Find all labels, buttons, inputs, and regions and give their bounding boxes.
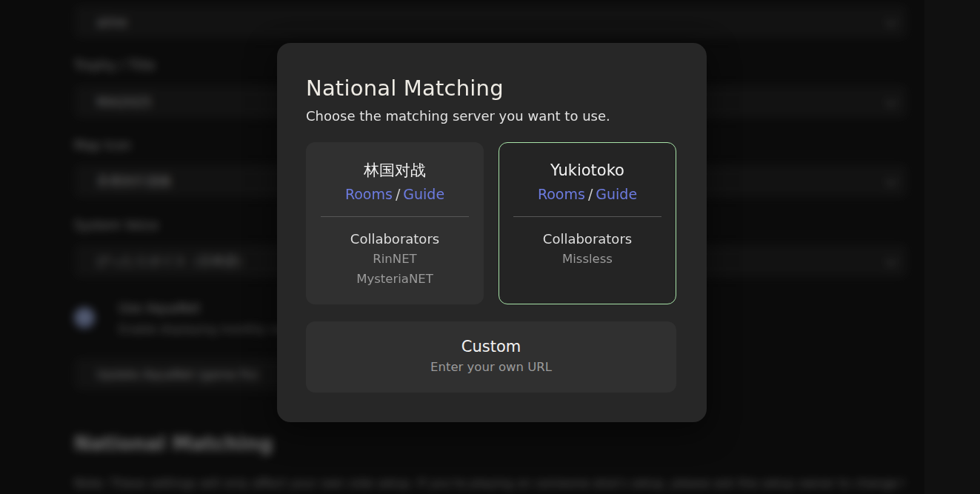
card-divider bbox=[321, 216, 469, 217]
custom-server-card[interactable]: Custom Enter your own URL bbox=[306, 321, 676, 393]
rooms-link[interactable]: Rooms bbox=[538, 186, 585, 202]
card-divider bbox=[513, 216, 661, 217]
rooms-link[interactable]: Rooms bbox=[345, 186, 393, 202]
server-links: Rooms/Guide bbox=[538, 184, 637, 204]
server-cards-row: 林国对战 Rooms/Guide Collaborators RinNET My… bbox=[306, 142, 676, 304]
link-separator: / bbox=[393, 186, 403, 202]
server-card-linguo[interactable]: 林国对战 Rooms/Guide Collaborators RinNET My… bbox=[306, 142, 484, 304]
collaborator-name: MysteriaNET bbox=[356, 269, 433, 289]
national-matching-modal: National Matching Choose the matching se… bbox=[277, 43, 707, 422]
guide-link[interactable]: Guide bbox=[403, 186, 444, 202]
server-card-yukiotoko[interactable]: Yukiotoko Rooms/Guide Collaborators Miss… bbox=[499, 142, 676, 304]
server-links: Rooms/Guide bbox=[345, 184, 444, 204]
server-name: 林国对战 bbox=[364, 160, 426, 181]
custom-card-title: Custom bbox=[461, 336, 521, 357]
modal-title: National Matching bbox=[306, 76, 504, 101]
modal-subtitle: Choose the matching server you want to u… bbox=[306, 108, 610, 124]
collaborator-name: RinNET bbox=[373, 249, 416, 269]
collaborators-label: Collaborators bbox=[350, 230, 439, 249]
page: aime Trophy / Title MAI2025 Map Icon 圣者的… bbox=[0, 0, 980, 494]
custom-card-subtitle: Enter your own URL bbox=[430, 358, 552, 376]
collaborator-name: Missless bbox=[562, 249, 613, 269]
link-separator: / bbox=[585, 186, 596, 202]
server-name: Yukiotoko bbox=[550, 160, 624, 181]
guide-link[interactable]: Guide bbox=[596, 186, 637, 202]
collaborators-label: Collaborators bbox=[543, 230, 632, 249]
